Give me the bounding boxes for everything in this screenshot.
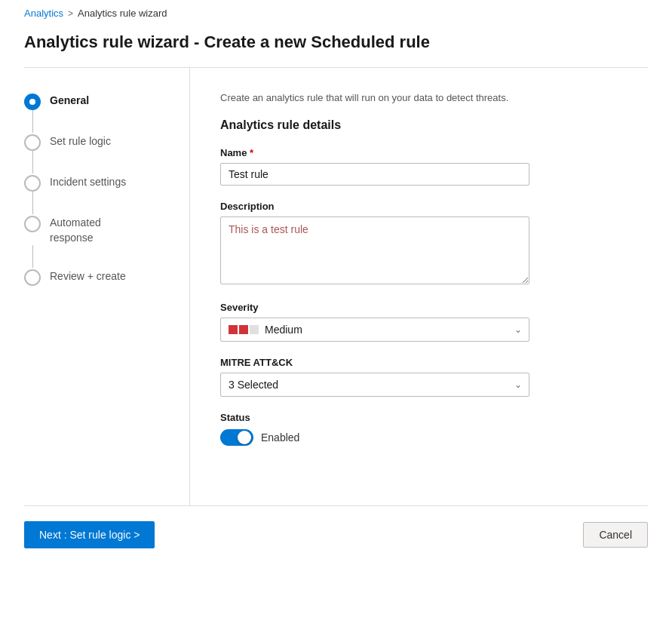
step-circle-automated-response (24, 216, 41, 232)
connector-2 (32, 151, 33, 173)
breadcrumb-separator: > (68, 8, 73, 19)
content-area: General Set rule logic Incident settings… (0, 68, 672, 505)
step-label-review-create: Review + create (50, 268, 126, 284)
step-automated-response[interactable]: Automatedresponse (24, 214, 189, 245)
severity-select[interactable]: Medium (220, 318, 529, 342)
status-group: Status Enabled (220, 412, 618, 446)
form-area: Create an analytics rule that will run o… (190, 68, 648, 505)
step-label-set-rule-logic: Set rule logic (50, 133, 111, 149)
mitre-group: MITRE ATT&CK 3 Selected ⌄ (220, 357, 618, 397)
toggle-wrapper: Enabled (220, 429, 618, 446)
name-group: Name * (220, 147, 618, 186)
step-circle-general (24, 94, 41, 110)
mitre-label: MITRE ATT&CK (220, 357, 618, 368)
name-input[interactable] (220, 163, 529, 186)
mitre-select[interactable]: 3 Selected (220, 373, 529, 397)
step-set-rule-logic[interactable]: Set rule logic (24, 133, 189, 151)
status-label: Status (220, 412, 618, 423)
status-toggle[interactable] (220, 429, 253, 446)
mitre-select-wrapper: 3 Selected ⌄ (220, 373, 529, 397)
sev-block-3 (250, 325, 259, 334)
connector-3 (32, 192, 33, 214)
breadcrumb: Analytics > Analytics rule wizard (0, 0, 672, 26)
footer-actions: Next : Set rule logic > Cancel (0, 506, 672, 563)
toggle-thumb (238, 431, 251, 444)
next-button[interactable]: Next : Set rule logic > (24, 521, 155, 548)
cancel-button[interactable]: Cancel (583, 522, 648, 548)
step-label-automated-response: Automatedresponse (50, 214, 101, 245)
step-general[interactable]: General (24, 92, 189, 110)
step-circle-set-rule-logic (24, 134, 41, 151)
severity-indicator (229, 325, 259, 334)
connector-4 (32, 245, 33, 268)
step-circle-incident-settings (24, 175, 41, 192)
required-star: * (250, 147, 253, 158)
stepper: General Set rule logic Incident settings… (24, 68, 190, 505)
description-textarea[interactable]: This is a test rule (220, 216, 529, 284)
page-title: Analytics rule wizard - Create a new Sch… (0, 26, 672, 67)
severity-label: Severity (220, 302, 618, 313)
step-incident-settings[interactable]: Incident settings (24, 173, 189, 192)
mitre-value: 3 Selected (229, 379, 278, 391)
severity-select-wrapper: Medium ⌄ (220, 318, 529, 342)
connector-1 (32, 110, 33, 133)
step-review-create[interactable]: Review + create (24, 268, 189, 286)
name-label: Name * (220, 147, 618, 158)
status-value: Enabled (261, 431, 299, 444)
description-label: Description (220, 201, 618, 212)
sev-block-1 (229, 325, 238, 334)
sev-block-2 (239, 325, 248, 334)
breadcrumb-analytics-link[interactable]: Analytics (24, 8, 63, 19)
description-group: Description This is a test rule (220, 201, 618, 287)
severity-value: Medium (265, 324, 302, 336)
breadcrumb-current: Analytics rule wizard (78, 8, 167, 19)
form-subtitle: Create an analytics rule that will run o… (220, 92, 618, 103)
step-label-incident-settings: Incident settings (50, 173, 126, 190)
severity-group: Severity Medium ⌄ (220, 302, 618, 342)
step-circle-review-create (24, 269, 41, 286)
form-section-title: Analytics rule details (220, 118, 618, 132)
step-label-general: General (50, 92, 89, 109)
